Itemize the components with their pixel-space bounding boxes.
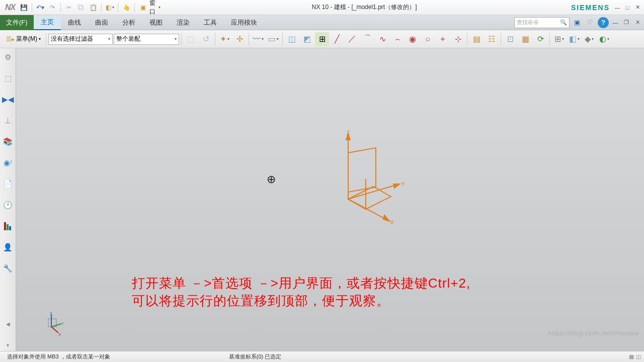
svg-marker-6 xyxy=(393,184,399,188)
window-menu-button[interactable]: 窗口 xyxy=(149,2,160,13)
svg-text:Z: Z xyxy=(50,312,52,316)
refresh-icon[interactable]: ⟳ xyxy=(533,32,547,46)
tool-icon[interactable]: 🔧 xyxy=(2,262,14,275)
tab-view[interactable]: 视图 xyxy=(142,15,170,30)
close-button[interactable]: ✕ xyxy=(633,4,642,12)
chevron-left-icon[interactable]: ◀ xyxy=(2,318,14,330)
command-search[interactable]: 查找命令 🔍 xyxy=(514,17,570,28)
svg-text:X: X xyxy=(58,332,61,337)
grid-drop-icon[interactable]: ⊞ xyxy=(552,32,566,46)
annotation-line1: 打开菜单 －>首选项 －>用户界面，或者按快捷键Ctrl+2, xyxy=(132,275,470,292)
tool-icon-2[interactable]: ↺ xyxy=(199,32,213,46)
menu-bar: 文件(F) 主页 曲线 曲面 分析 视图 渲染 工具 应用模块 查找命令 🔍 ▣… xyxy=(0,15,644,30)
maximize-button[interactable]: □ xyxy=(623,4,632,12)
graphics-canvas[interactable]: ⊕ Z Y X Z Y X xyxy=(16,48,644,351)
cube-drop-icon[interactable]: ◧ xyxy=(567,32,581,46)
minimize-button[interactable]: — xyxy=(613,4,622,12)
menu-dropdown[interactable]: ☰▸ 菜单(M) ▾ xyxy=(3,35,44,43)
menu-label: 菜单(M) xyxy=(16,35,37,43)
svg-rect-1 xyxy=(7,224,9,230)
title-bar: NX 💾 ↶▾ ↷ ✂ ⿻ 📋 ◧ 👆 ▣ 窗口 NX 10 - 建模 - [_… xyxy=(0,0,644,15)
tab-app[interactable]: 应用模块 xyxy=(224,15,264,30)
undo-icon[interactable]: ↶▾ xyxy=(35,2,46,13)
chevron-down-icon[interactable]: ▾ xyxy=(2,339,14,351)
tab-home[interactable]: 主页 xyxy=(34,15,61,30)
cube-dropdown-icon[interactable]: ◧ xyxy=(104,2,115,13)
history-icon[interactable]: 📄 xyxy=(2,178,14,190)
inner-close-button[interactable]: ✕ xyxy=(633,19,642,27)
color-drop-icon[interactable]: ◆ xyxy=(582,32,596,46)
inner-minimize-button[interactable]: — xyxy=(611,19,620,27)
render-drop-icon[interactable]: ◐ xyxy=(597,32,611,46)
heart-icon[interactable]: ♡ xyxy=(585,17,596,28)
circle-icon[interactable]: ○ xyxy=(421,32,435,46)
search-icon: 🔍 xyxy=(560,19,567,26)
svg-rect-0 xyxy=(4,222,6,230)
line-icon[interactable]: ╱ xyxy=(330,32,344,46)
web-icon[interactable]: ◉⁾ xyxy=(2,157,14,169)
box2-icon[interactable]: ◩ xyxy=(300,32,314,46)
curve-tool-icon[interactable]: 〰 xyxy=(251,32,265,46)
cut-icon[interactable]: ✂ xyxy=(63,2,74,13)
settings-icon[interactable]: ⚙ xyxy=(2,51,14,63)
tab-curve[interactable]: 曲线 xyxy=(61,15,88,30)
cursor-crosshair-icon: ⊕ xyxy=(267,173,276,186)
layer-icon[interactable]: ▤ xyxy=(469,32,484,46)
inner-restore-button[interactable]: ❐ xyxy=(622,19,631,27)
part-nav-icon[interactable]: ⬚ xyxy=(2,72,14,84)
file-menu[interactable]: 文件(F) xyxy=(0,15,34,30)
fullscreen-icon[interactable]: ▣ xyxy=(572,17,583,28)
tab-analysis[interactable]: 分析 xyxy=(115,15,142,30)
measure2-icon[interactable]: ▦ xyxy=(518,32,532,46)
plus-icon[interactable]: + xyxy=(436,32,450,46)
filter-select[interactable]: 没有选择过滤器▾ xyxy=(48,34,113,45)
palette-icon[interactable] xyxy=(2,220,14,232)
svg-text:Y: Y xyxy=(61,321,64,326)
status-grid-icon[interactable]: ▦ xyxy=(629,353,634,360)
annotation-line2: 可以将提示行的位置移到顶部，便于观察。 xyxy=(132,292,470,310)
svg-line-16 xyxy=(51,327,58,333)
arc-icon[interactable]: ⌒ xyxy=(360,32,374,46)
tab-tools[interactable]: 工具 xyxy=(197,15,224,30)
assembly-nav-icon[interactable]: ▶◀ xyxy=(2,94,14,106)
library-icon[interactable]: 📚 xyxy=(2,136,14,148)
scope-select[interactable]: 整个装配▾ xyxy=(114,34,179,45)
rectangle-icon[interactable]: ▭ xyxy=(266,32,280,46)
main-toolbar: ☰▸ 菜单(M) ▾ 没有选择过滤器▾ 整个装配▾ ⬚ ↺ ✦ ✢ 〰 ▭ ◫ … xyxy=(0,30,644,48)
point-icon[interactable]: ✢ xyxy=(232,32,247,46)
svg-rect-2 xyxy=(9,226,11,230)
svg-text:X: X xyxy=(390,220,394,225)
line2-icon[interactable]: ／ xyxy=(345,32,359,46)
paste-icon[interactable]: 📋 xyxy=(88,2,99,13)
box1-icon[interactable]: ◫ xyxy=(285,32,299,46)
redo-icon[interactable]: ↷ xyxy=(47,2,58,13)
copy-icon[interactable]: ⿻ xyxy=(75,2,87,13)
touch-icon[interactable]: 👆 xyxy=(121,2,132,13)
pole-icon[interactable]: ⊹ xyxy=(451,32,465,46)
datum-csys-triad[interactable]: Z Y X xyxy=(308,129,419,239)
help-icon[interactable]: ? xyxy=(598,17,609,28)
clock-icon[interactable]: 🕐 xyxy=(2,199,14,211)
role-icon[interactable]: 👤 xyxy=(2,241,14,253)
status-box-icon[interactable]: ◫ xyxy=(636,353,641,360)
svg-rect-9 xyxy=(348,148,376,192)
arc2-icon[interactable]: ⌢ xyxy=(390,32,405,46)
grid-icon[interactable]: ⊞ xyxy=(315,32,329,46)
window-title: NX 10 - 建模 - [_model1.prt（修改的）] xyxy=(160,3,568,12)
constraint-icon[interactable]: ⊥ xyxy=(2,115,14,127)
snap-icon[interactable]: ✦ xyxy=(217,32,231,46)
tab-surface[interactable]: 曲面 xyxy=(88,15,115,30)
tool-icon-1[interactable]: ⬚ xyxy=(184,32,198,46)
save-icon[interactable]: 💾 xyxy=(18,2,29,13)
sheet-icon[interactable]: ☷ xyxy=(485,32,499,46)
status-selection: 基准坐标系(0) 已选定 xyxy=(225,353,286,360)
annotation-overlay: 打开菜单 －>首选项 －>用户界面，或者按快捷键Ctrl+2, 可以将提示行的位… xyxy=(132,275,470,310)
target-icon[interactable]: ◉ xyxy=(406,32,420,46)
spline-icon[interactable]: ∿ xyxy=(375,32,389,46)
window-icon[interactable]: ▣ xyxy=(137,2,148,13)
filter-value: 没有选择过滤器 xyxy=(51,35,93,43)
measure-icon[interactable]: ⊡ xyxy=(503,32,517,46)
status-bar: 选择对象并使用 MB3 ，或者双击某一对象 基准坐标系(0) 已选定 ▦ ◫ xyxy=(0,351,644,362)
tab-render[interactable]: 渲染 xyxy=(170,15,197,30)
main-area: ⚙ ⬚ ▶◀ ⊥ 📚 ◉⁾ 📄 🕐 👤 🔧 ◀ ▾ ⊕ xyxy=(0,48,644,351)
